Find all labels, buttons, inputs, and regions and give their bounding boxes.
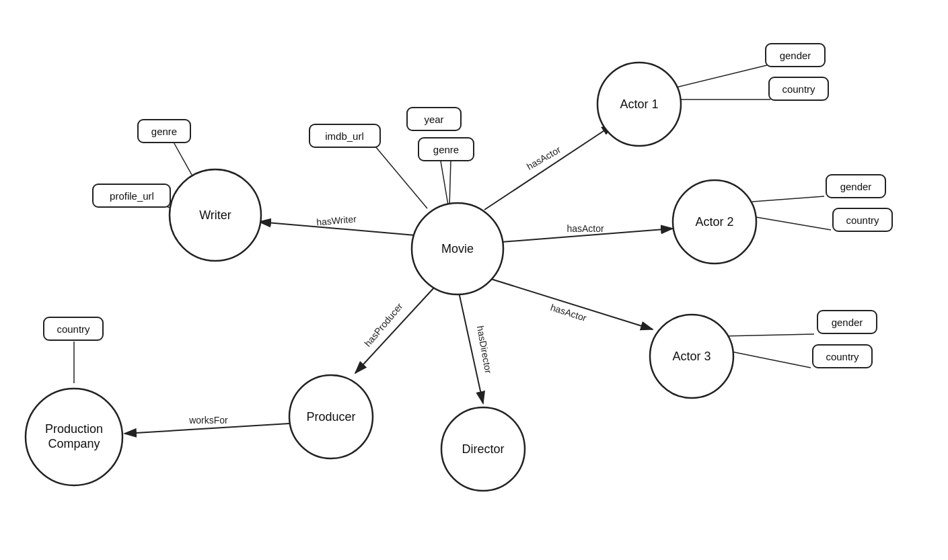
edge-label-hasActor2: hasActor (567, 223, 604, 234)
node-label-director: Director (462, 442, 504, 456)
edge-movie-genre (449, 160, 451, 206)
node-label-actor3: Actor 3 (672, 350, 710, 363)
attr-label-year: year (424, 114, 443, 125)
edge-actor3-gender (723, 334, 814, 336)
attr-label-actor2-country: country (846, 214, 879, 226)
edge-actor3-country (721, 350, 811, 368)
node-label-production-company-line2: Company (48, 437, 100, 450)
node-label-actor1: Actor 1 (620, 97, 658, 111)
attr-label-genre-writer: genre (151, 126, 177, 137)
edge-label-hasWriter: hasWriter (316, 213, 357, 227)
attr-label-actor2-gender: gender (840, 181, 872, 192)
node-label-movie: Movie (441, 242, 474, 255)
node-label-production-company-line1: Production (45, 422, 103, 436)
edge-writer-genre (172, 140, 192, 175)
edge-label-hasActor1: hasActor (525, 144, 562, 172)
node-label-writer: Writer (199, 208, 231, 222)
node-label-actor2: Actor 2 (695, 215, 733, 229)
attr-label-actor1-country: country (782, 83, 815, 95)
edge-label-hasActor3: hasActor (549, 302, 588, 323)
attr-label-profile-url: profile_url (110, 190, 154, 202)
attr-label-company-country: country (57, 323, 90, 335)
attr-label-actor1-gender: gender (780, 50, 811, 61)
attr-label-actor3-country: country (826, 351, 859, 362)
attr-label-genre-movie: genre (433, 144, 459, 155)
edge-movie-producer (355, 288, 434, 373)
edge-actor1-gender (676, 65, 767, 87)
edge-movie-actor1 (484, 124, 614, 210)
edge-label-worksFor: worksFor (188, 415, 228, 426)
attr-label-actor3-gender: gender (832, 317, 863, 328)
attr-label-imdb-url: imdb_url (325, 130, 364, 142)
edge-actor2-country (752, 216, 831, 230)
node-label-producer: Producer (306, 410, 355, 424)
edge-label-hasDirector: hasDirector (475, 325, 494, 374)
edge-actor2-gender (752, 196, 824, 202)
edge-movie-actor3 (491, 279, 653, 329)
